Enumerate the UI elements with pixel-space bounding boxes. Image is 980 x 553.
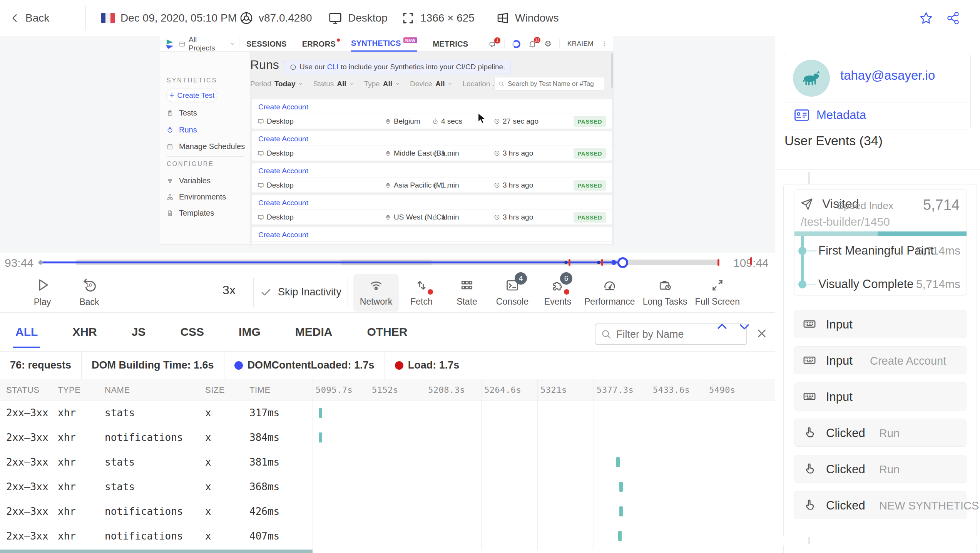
- more-dots-icon[interactable]: [601, 40, 608, 47]
- run-card[interactable]: Create Account Desktop Asia Pacific (M..…: [252, 163, 612, 193]
- mini-tab-synthetics[interactable]: SYNTHETICS NEW: [351, 36, 417, 52]
- gear-icon[interactable]: ⚙: [544, 39, 552, 49]
- skip-inactivity-toggle[interactable]: Skip Inactivity: [260, 286, 341, 298]
- run-name-link[interactable]: Create Account: [258, 103, 308, 111]
- mini-sidebar-item-runs[interactable]: Runs: [167, 126, 197, 134]
- network-tab-img[interactable]: IMG: [239, 313, 261, 351]
- timeline-event-dot: [611, 260, 616, 265]
- request-name: notifications: [105, 425, 183, 450]
- bell-icon[interactable]: 33: [528, 40, 537, 48]
- network-filter-input[interactable]: [616, 328, 732, 340]
- user-event-input[interactable]: Input: [794, 382, 967, 411]
- run-name-link[interactable]: Create Account: [258, 135, 308, 143]
- network-request-row[interactable]: 2xx–3xx xhr notifications x 384ms: [0, 425, 775, 450]
- network-table-header: STATUSTYPENAMESIZETIME5095.7s5152s5208.3…: [0, 379, 775, 401]
- panel-state[interactable]: State: [444, 274, 490, 312]
- timeline-handle[interactable]: [617, 257, 628, 268]
- network-request-row[interactable]: 2xx–3xx xhr notifications x 407ms: [0, 524, 775, 548]
- column-header-name[interactable]: NAME: [105, 379, 130, 401]
- replay-stage: All Projects SESSIONS ERRORS SYNTHETICS …: [0, 36, 775, 253]
- time-tick: 5095.7s: [316, 379, 353, 401]
- play-button[interactable]: Play: [21, 277, 64, 307]
- column-header-status[interactable]: STATUS: [6, 379, 40, 401]
- mini-filter-device[interactable]: Device All: [410, 80, 452, 88]
- chrome-icon: [239, 11, 253, 25]
- mini-search-input[interactable]: [508, 80, 596, 88]
- mini-tab-metrics[interactable]: METRICS: [433, 36, 468, 52]
- request-type: xhr: [58, 425, 76, 450]
- run-card[interactable]: Create Account Desktop US West (N. Cal..…: [252, 195, 612, 225]
- back-button[interactable]: Back: [10, 0, 49, 36]
- visited-event-card[interactable]: Visited Speed Index 5,714 /test-builder/…: [794, 189, 967, 295]
- user-event-clicked[interactable]: Clicked Run: [794, 419, 967, 447]
- mini-user-menu[interactable]: KRAIEM: [567, 40, 594, 48]
- panel-full-screen[interactable]: Full Screen: [691, 274, 744, 312]
- project-selector[interactable]: All Projects: [175, 36, 239, 52]
- run-card[interactable]: Create Account Desktop Middle East (Ba..…: [252, 131, 612, 161]
- run-card[interactable]: Create Account Desktop Canada (Central) …: [252, 227, 612, 244]
- back-10s-button[interactable]: 10 Back: [68, 277, 110, 307]
- chevron-down-icon[interactable]: [738, 320, 751, 333]
- mini-tab-sessions[interactable]: SESSIONS: [246, 36, 287, 52]
- column-header-size[interactable]: SIZE: [205, 379, 225, 401]
- mini-search-box[interactable]: [494, 77, 604, 90]
- announcements-icon[interactable]: 1: [488, 40, 497, 48]
- network-request-row[interactable]: 2xx–3xx xhr stats x 368ms: [0, 474, 775, 499]
- panel-network[interactable]: Network: [353, 274, 399, 312]
- user-event-input[interactable]: Input Create Account: [794, 346, 967, 374]
- run-name-link[interactable]: Create Account: [258, 167, 308, 175]
- request-waterfall-bar: [619, 482, 623, 492]
- mini-sidebar-item-tests[interactable]: Tests: [167, 109, 197, 117]
- mini-filter-type[interactable]: Type All: [364, 80, 400, 88]
- keyboard-icon: [803, 390, 816, 403]
- mini-filter-status[interactable]: Status All: [313, 80, 354, 88]
- star-icon: [919, 11, 933, 25]
- mini-scrollbar[interactable]: [611, 53, 613, 88]
- network-tab-js[interactable]: JS: [132, 313, 146, 351]
- user-event-clicked[interactable]: Clicked Run: [794, 455, 967, 483]
- favorite-button[interactable]: [919, 0, 933, 36]
- user-email-link[interactable]: tahay@asayer.io: [840, 68, 935, 83]
- mini-sidebar-item-templates[interactable]: Templates: [167, 209, 214, 218]
- horizontal-scrollbar[interactable]: [0, 550, 313, 553]
- network-request-row[interactable]: 2xx–3xx xhr stats x 317ms: [0, 401, 775, 425]
- close-panel-button[interactable]: [753, 323, 771, 344]
- run-name-link[interactable]: Create Account: [258, 231, 308, 239]
- network-tab-all[interactable]: ALL: [15, 313, 38, 351]
- network-request-row[interactable]: 2xx–3xx xhr notifications x 426ms: [0, 499, 775, 524]
- network-tab-xhr[interactable]: XHR: [72, 313, 97, 351]
- mini-tab-errors[interactable]: ERRORS: [302, 36, 336, 52]
- network-summary-bar: 76: requests DOM Building Time: 1.6s DOM…: [0, 352, 775, 379]
- mini-filter-period[interactable]: Period Today: [250, 80, 303, 88]
- chevron-down-icon: [350, 82, 354, 86]
- run-name-link[interactable]: Create Account: [258, 199, 308, 207]
- speed-toggle[interactable]: 3x: [216, 283, 242, 297]
- mini-sidebar-item-environments[interactable]: Environments: [167, 193, 226, 201]
- share-button[interactable]: [946, 0, 960, 36]
- panel-fetch[interactable]: Fetch: [399, 274, 444, 312]
- network-tab-css[interactable]: CSS: [180, 313, 204, 351]
- panel-events[interactable]: 6 Events: [535, 274, 580, 312]
- user-event-input[interactable]: Input: [794, 310, 967, 338]
- create-test-button[interactable]: Create Test: [166, 89, 217, 102]
- run-card[interactable]: Create Account Desktop Belgium 4 secs 27…: [252, 99, 612, 129]
- asayer-logo-icon: [164, 38, 176, 50]
- network-request-row[interactable]: 2xx–3xx xhr stats x 381ms: [0, 450, 775, 474]
- column-header-time[interactable]: TIME: [249, 379, 271, 401]
- mini-sidebar-item-variables[interactable]: Variables: [167, 176, 211, 185]
- metadata-button[interactable]: Metadata: [794, 108, 866, 122]
- mini-app-nav-actions: 1 33 ⚙ KRAIEM: [488, 36, 608, 52]
- panel-console[interactable]: 4 Console: [490, 274, 535, 312]
- chevron-left-icon: [10, 13, 20, 23]
- panel-performance[interactable]: Performance: [580, 274, 639, 312]
- user-event-clicked[interactable]: Clicked NEW SYNTHETICS: [794, 491, 967, 519]
- column-header-type[interactable]: TYPE: [58, 379, 80, 401]
- panel-long-tasks[interactable]: Long Tasks: [639, 274, 691, 312]
- network-tab-other[interactable]: OTHER: [367, 313, 407, 351]
- chevron-up-icon[interactable]: [716, 320, 729, 333]
- wifi-icon: [369, 278, 383, 292]
- summary-nav: [716, 313, 751, 340]
- network-tab-media[interactable]: MEDIA: [295, 313, 333, 351]
- mini-sidebar-item-manage-schedules[interactable]: Manage Schedules: [167, 142, 245, 151]
- cli-link[interactable]: CLI: [327, 63, 339, 71]
